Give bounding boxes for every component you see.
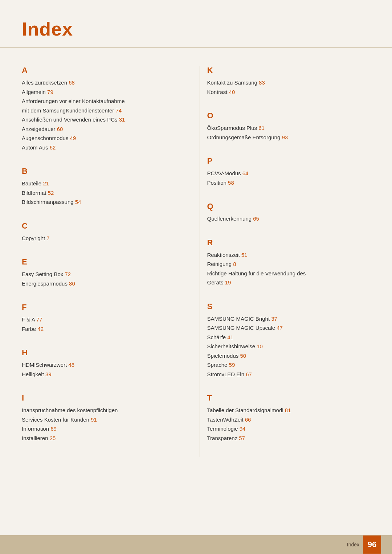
index-content: AAlles zurücksetzen 68Allgemein 79Anford… — [0, 48, 392, 486]
entry-page: 7 — [45, 235, 50, 241]
entry-text: Autom Aus — [22, 144, 48, 151]
index-entry: Sprache 59 — [207, 360, 371, 370]
entry-page: 83 — [257, 79, 265, 86]
entry-page: 48 — [67, 362, 74, 368]
entry-text: Inanspruchnahme des kostenpflichtigen — [22, 407, 118, 413]
index-entry: PC/AV-Modus 64 — [207, 169, 371, 178]
index-entry: TastenWdhZeit 66 — [207, 415, 371, 424]
index-entry: Richtige Haltung für die Verwendung des … — [207, 269, 371, 287]
index-section-c: CCopyright 7 — [22, 221, 185, 243]
footer-label: Index — [347, 542, 359, 547]
entry-page: 40 — [227, 89, 235, 95]
entry-text: Farbe — [22, 326, 36, 332]
entry-text: SAMSUNG MAGIC Upscale — [207, 325, 275, 331]
entry-text-cont: Services Kosten für Kunden — [22, 416, 89, 423]
entry-page: 49 — [68, 135, 76, 141]
index-entry: Anschließen und Verwenden eines PCs 31 — [22, 115, 185, 124]
index-entry: Bildschirmanpassung 54 — [22, 197, 185, 207]
footer: Index 96 — [0, 535, 392, 554]
entry-page: 61 — [257, 125, 265, 131]
index-entry: Augenschonmodus 49 — [22, 134, 185, 143]
entry-page: 62 — [48, 144, 56, 151]
entry-page: 94 — [238, 426, 246, 432]
index-entry: Sicherheitshinweise 10 — [207, 342, 371, 351]
entry-text: Anforderungen vor einer Kontaktaufnahme — [22, 98, 125, 104]
index-entry: Helligkeit 39 — [22, 370, 185, 379]
section-letter: A — [22, 66, 185, 75]
index-entry: Reaktionszeit 51 — [207, 250, 371, 260]
index-entry: F & A 77 — [22, 315, 185, 324]
entry-text: Transparenz — [207, 435, 238, 441]
left-column: AAlles zurücksetzen 68Allgemein 79Anford… — [22, 66, 200, 457]
right-column: KKontakt zu Samsung 83Kontrast 40OÖkoSpa… — [200, 66, 371, 457]
entry-text-cont: mit dem SamsungKundendienstcenter — [22, 107, 114, 114]
index-entry: Spielemodus 50 — [207, 351, 371, 361]
index-section-h: HHDMISchwarzwert 48Helligkeit 39 — [22, 348, 185, 379]
section-letter: C — [22, 221, 185, 231]
entry-page: 74 — [114, 107, 122, 114]
page-title: Index — [22, 19, 73, 40]
entry-text: Alles zurücksetzen — [22, 79, 67, 86]
header: Index — [0, 0, 392, 48]
section-letter: P — [207, 156, 371, 166]
section-letter: I — [22, 393, 185, 403]
index-entry: Quellenerkennung 65 — [207, 214, 371, 223]
entry-text: Position — [207, 180, 226, 186]
entry-text: Bildformat — [22, 190, 46, 196]
entry-page: 72 — [63, 271, 71, 277]
entry-page: 80 — [68, 280, 75, 287]
entry-text: Sprache — [207, 362, 228, 368]
entry-text: HDMISchwarzwert — [22, 362, 67, 368]
index-entry: Alles zurücksetzen 68 — [22, 78, 185, 87]
entry-page: 19 — [224, 279, 231, 286]
index-entry: HDMISchwarzwert 48 — [22, 360, 185, 370]
section-letter: R — [207, 238, 371, 247]
entry-text: Copyright — [22, 235, 45, 241]
entry-page: 67 — [244, 371, 252, 377]
entry-page: 8 — [232, 261, 236, 267]
entry-page: 21 — [41, 180, 49, 186]
index-section-b: BBauteile 21Bildformat 52Bildschirmanpas… — [22, 167, 185, 207]
index-section-t: TTabelle der Standardsignalmodi 81Tasten… — [207, 393, 371, 443]
entry-page: 41 — [226, 334, 233, 340]
entry-text: F & A — [22, 316, 35, 323]
index-entry: Kontrast 40 — [207, 87, 371, 97]
index-entry: Inanspruchnahme des kostenpflichtigen Se… — [22, 406, 185, 424]
index-entry: ÖkoSparmodus Plus 61 — [207, 123, 371, 133]
section-letter: T — [207, 393, 371, 403]
entry-page: 57 — [237, 435, 245, 441]
index-section-q: QQuellenerkennung 65 — [207, 202, 371, 223]
index-entry: Energiesparmodus 80 — [22, 279, 185, 288]
entry-text: Augenschonmodus — [22, 135, 68, 141]
index-entry: Reinigung 8 — [207, 259, 371, 269]
index-entry: Ordnungsgemäße Entsorgung 93 — [207, 133, 371, 142]
section-letter: Q — [207, 202, 371, 211]
entry-text: Helligkeit — [22, 371, 44, 377]
index-entry: Schärfe 41 — [207, 333, 371, 342]
entry-text: Schärfe — [207, 334, 226, 340]
entry-text: Bildschirmanpassung — [22, 199, 74, 205]
entry-page: 58 — [226, 180, 234, 186]
index-entry: Tabelle der Standardsignalmodi 81 — [207, 406, 371, 415]
entry-text: Bauteile — [22, 180, 41, 186]
index-entry: StromvLED Ein 67 — [207, 370, 371, 379]
entry-text: PC/AV-Modus — [207, 170, 241, 176]
section-letter: S — [207, 302, 371, 311]
entry-page: 50 — [238, 353, 246, 359]
index-entry: SAMSUNG MAGIC Upscale 47 — [207, 323, 371, 333]
entry-page: 93 — [280, 134, 288, 140]
index-section-i: IInanspruchnahme des kostenpflichtigen S… — [22, 393, 185, 443]
entry-text: Tabelle der Standardsignalmodi — [207, 407, 283, 413]
entry-page: 65 — [252, 216, 259, 222]
entry-page: 79 — [46, 89, 53, 95]
index-entry: Position 58 — [207, 178, 371, 188]
index-entry: Farbe 42 — [22, 324, 185, 334]
entry-page: 47 — [275, 325, 283, 331]
index-entry: SAMSUNG MAGIC Bright 37 — [207, 314, 371, 324]
entry-page: 68 — [67, 79, 75, 86]
entry-page: 37 — [270, 316, 277, 322]
entry-text: Reaktionszeit — [207, 252, 240, 258]
index-entry: Terminologie 94 — [207, 424, 371, 434]
entry-page: 31 — [118, 116, 125, 123]
entry-text: Richtige Haltung für die Verwendung des — [207, 270, 306, 276]
